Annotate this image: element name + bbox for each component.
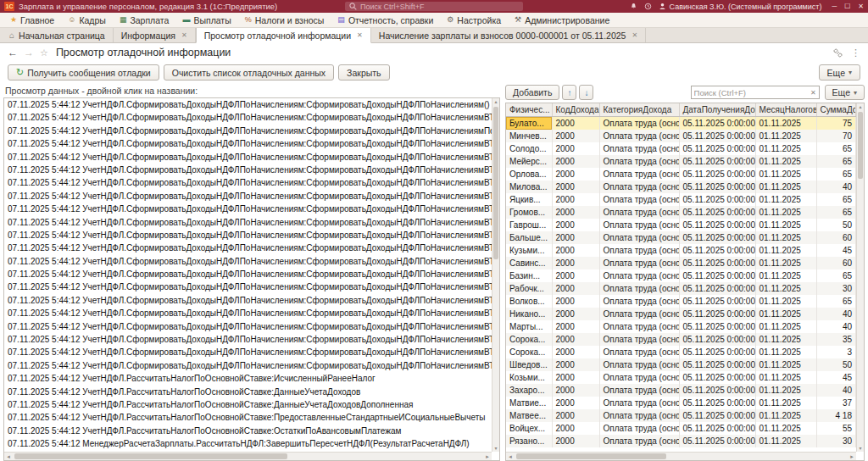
debug-entry[interactable]: 07.11.2025 5:44:12 УчетНДФЛ.Сформировать… [4,346,492,358]
debug-entry[interactable]: 07.11.2025 5:44:12 УчетНДФЛ.РассчитатьНа… [4,386,492,398]
column-header[interactable]: МесяцНалоговогоП... [755,103,816,116]
menu-item-taxes[interactable]: %Налоги и взносы [238,13,331,27]
debug-entry[interactable]: 07.11.2025 5:44:12 УчетНДФЛ.Сформировать… [4,151,492,164]
table-row[interactable]: Савинс...2000Оплата труда (осно...05.11.… [506,257,856,269]
debug-entry[interactable]: 07.11.2025 5:44:12 УчетНДФЛ.Сформировать… [4,359,492,372]
minimize-button[interactable]: ─ [832,3,837,10]
back-button[interactable]: ← [8,47,18,58]
debug-entry[interactable]: 07.11.2025 5:44:12 УчетНДФЛ.Сформировать… [4,125,492,137]
scroll-left-icon[interactable]: ◂ [506,453,515,460]
notifications-bell-icon[interactable] [630,3,637,10]
debug-entry[interactable]: 07.11.2025 5:44:12 УчетНДФЛ.Сформировать… [4,307,492,319]
debug-entry[interactable]: 07.11.2025 5:44:12 МенеджерРасчетаЗарпла… [4,437,492,450]
debug-entry[interactable]: 07.11.2025 5:44:12 УчетНДФЛ.Сформировать… [4,176,492,189]
table-row[interactable]: Солодо...2000Оплата труда (осно...05.11.… [506,142,856,155]
tab-payroll-document[interactable]: Начисление зарплаты и взносов 0000-00000… [371,28,646,42]
add-button[interactable]: Добавить [505,85,559,100]
table-row[interactable]: Минчев...2000Оплата труда (осно...05.11.… [506,130,856,142]
maximize-button[interactable]: ☐ [844,3,850,10]
debug-entry[interactable]: 07.11.2025 5:44:12 УчетНДФЛ.Сформировать… [4,268,492,280]
menu-item-settings[interactable]: ⚙Настройка [440,13,508,27]
menu-item-reports[interactable]: ▤Отчетность, справки [331,13,440,27]
vertical-scrollbar[interactable]: ▴ ▾ [856,103,864,452]
debug-entry[interactable]: 07.11.2025 5:44:12 УчетНДФЛ.Сформировать… [4,137,492,150]
debug-entry[interactable]: 07.11.2025 5:44:12 УчетНДФЛ.РассчитатьНа… [4,411,492,424]
table-row[interactable]: Волков...2000Оплата труда (осно...05.11.… [506,295,856,308]
menu-item-home[interactable]: ★Главное [3,13,61,27]
column-header[interactable]: Физичес... [506,103,552,116]
debug-entry[interactable]: 07.11.2025 5:44:12 УчетНДФЛ.Сформировать… [4,190,492,203]
debug-entry[interactable]: 07.11.2025 5:44:12 УчетНДФЛ.Сформировать… [4,280,492,293]
debug-entry[interactable]: 07.11.2025 5:44:12 УчетНДФЛ.Сформировать… [4,164,492,176]
scroll-right-icon[interactable]: ▸ [848,453,856,460]
menu-item-hr[interactable]: ☺Кадры [61,13,113,27]
column-header[interactable]: СуммаДохода [816,103,856,116]
table-row[interactable]: Кузьми...2000Оплата труда (осно...05.11.… [506,244,856,257]
table-row[interactable]: Захаро...2000Оплата труда (осно...05.11.… [506,384,856,397]
horizontal-scrollbar[interactable]: ◂ ▸ [506,452,856,460]
debug-entry[interactable]: 07.11.2025 5:44:12 УчетНДФЛ.Сформировать… [4,294,492,307]
debug-entry[interactable]: 07.11.2025 5:44:12 УчетНДФЛ.Сформировать… [4,255,492,268]
table-row[interactable]: Сорока...2000Оплата труда (осно...05.11.… [506,346,856,358]
scrollbar-thumb[interactable] [516,453,666,459]
column-header[interactable]: ДатаПолученияДох... [679,103,755,116]
scroll-up-icon[interactable]: ▴ [494,98,497,105]
current-user[interactable]: Савинская З.Ю. (Системный программист) [659,3,822,11]
scroll-down-icon[interactable]: ▾ [494,445,497,452]
table-row[interactable]: Рязано...2000Оплата труда (осно...05.11.… [506,435,856,447]
forward-button[interactable]: → [24,47,34,58]
clear-debug-list-button[interactable]: Очистить список отладочных данных [164,64,334,81]
table-row[interactable]: Рабочк...2000Оплата труда (осно...05.11.… [506,282,856,295]
table-search[interactable]: ✕ [691,86,820,99]
clear-search-icon[interactable]: ✕ [808,89,816,97]
table-row[interactable]: Шведов...2000Оплата труда (осно...05.11.… [506,358,856,371]
move-down-button[interactable]: ↓ [579,85,593,100]
scroll-left-icon[interactable]: ◂ [4,453,13,460]
table-row[interactable]: Гаврош...2000Оплата труда (осно...05.11.… [506,219,856,231]
debug-entry[interactable]: 07.11.2025 5:44:12 УчетНДФЛ.Сформировать… [4,333,492,346]
close-tab-icon[interactable]: ✕ [355,31,363,39]
table-row[interactable]: Орлова...2000Оплата труда (осно...05.11.… [506,168,856,181]
table-row[interactable]: Базин...2000Оплата труда (осно...05.11.2… [506,269,856,282]
debug-entry[interactable]: 07.11.2025 5:44:12 УчетНДФЛ.Сформировать… [4,111,492,124]
menu-item-administration[interactable]: ⚒Администрирование [508,13,616,27]
scroll-down-icon[interactable]: ▾ [859,445,861,452]
table-row[interactable]: Матвее...2000Оплата труда (осно...05.11.… [506,409,856,422]
table-row[interactable]: Милова...2000Оплата труда (осно...05.11.… [506,181,856,193]
table-row[interactable]: Булато...2000Оплата труда (осно...05.11.… [506,116,856,130]
menu-item-salary[interactable]: ▦Зарплата [113,13,176,27]
table-row[interactable]: Никано...2000Оплата труда (осно...05.11.… [506,308,856,320]
table-row[interactable]: Войцех...2000Оплата труда (осно...05.11.… [506,422,856,435]
debug-entry[interactable]: 07.11.2025 5:44:12 УчетНДФЛ.Сформировать… [4,229,492,242]
table-row[interactable]: Громов...2000Оплата труда (осно...05.11.… [506,206,856,219]
global-search[interactable] [345,2,523,11]
get-debug-messages-button[interactable]: ↻ Получить сообщения отладки [8,64,159,81]
favorite-star-icon[interactable]: ☆ [40,47,48,58]
scroll-right-icon[interactable]: ▸ [483,453,492,460]
table-row[interactable]: Яцкив...2000Оплата труда (осно...05.11.2… [506,193,856,206]
debug-entry[interactable]: 07.11.2025 5:44:12 УчетНДФЛ.Сформировать… [4,242,492,254]
menu-item-payments[interactable]: ▬Выплаты [175,13,237,27]
table-row[interactable]: Бальше...2000Оплата труда (осно...05.11.… [506,231,856,244]
column-header[interactable]: КодДохода [552,103,599,116]
debug-entry[interactable]: 07.11.2025 5:44:12 УчетНДФЛ.Сформировать… [4,320,492,333]
tab-start-page[interactable]: ⌂Начальная страница [2,28,114,42]
debug-entry[interactable]: 07.11.2025 5:44:12 УчетНДФЛ.РассчитатьНа… [4,398,492,411]
debug-entry[interactable]: 07.11.2025 5:44:12 УчетНДФЛ.Сформировать… [4,216,492,229]
close-button[interactable]: ✕ [858,3,864,10]
table-search-input[interactable] [694,88,808,97]
scrollbar-thumb[interactable] [493,107,498,259]
table-more-button[interactable]: Еще ▾ [825,85,865,100]
scroll-up-icon[interactable]: ▴ [859,103,861,110]
move-up-button[interactable]: ↑ [562,85,576,100]
more-dots-icon[interactable]: ⋮ [851,47,860,58]
history-clock-icon[interactable] [644,3,652,10]
close-form-button[interactable]: Закрыть [338,64,389,81]
tab-information[interactable]: Информация✕ [114,28,196,42]
close-tab-icon[interactable]: ✕ [630,31,637,39]
table-row[interactable]: Сорока...2000Оплата труда (осно...05.11.… [506,333,856,346]
column-header[interactable]: КатегорияДохода [599,103,679,116]
global-search-input[interactable] [360,3,519,11]
debug-entry[interactable]: 07.11.2025 5:44:12 УчетНДФЛ.Сформировать… [4,203,492,215]
close-tab-icon[interactable]: ✕ [180,31,187,39]
